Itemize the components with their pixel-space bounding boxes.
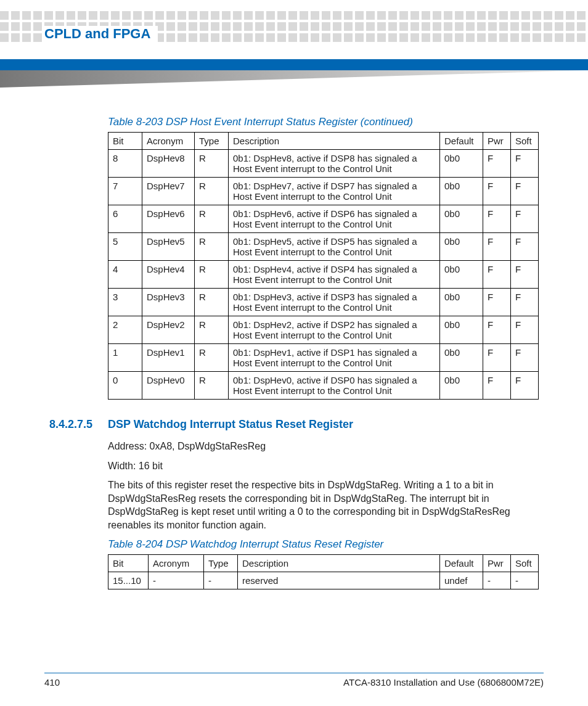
cell: R — [195, 233, 229, 261]
cell: DspHev8 — [142, 150, 195, 178]
table-caption: Table 8-204 DSP Watchdog Interrupt Statu… — [108, 538, 539, 551]
cell: DspHev7 — [142, 178, 195, 205]
register-table-1: BitAcronymTypeDescriptionDefaultPwrSoft … — [108, 132, 539, 400]
cell: 0b1: DspHev7, active if DSP7 has signale… — [229, 178, 440, 205]
cell: 0b1: DspHev8, active if DSP8 has signale… — [229, 150, 440, 178]
table-row: 4DspHev4R0b1: DspHev4, active if DSP4 ha… — [108, 261, 539, 289]
cell: 0b0 — [440, 289, 483, 316]
register-table-2: BitAcronymTypeDescriptionDefaultPwrSoft … — [108, 554, 539, 589]
cell: 4 — [108, 261, 142, 289]
col-header: Bit — [108, 554, 149, 572]
cell: 0b1: DspHev3, active if DSP3 has signale… — [229, 289, 440, 316]
cell: F — [483, 316, 511, 344]
cell: R — [195, 289, 229, 316]
cell: 0b0 — [440, 178, 483, 205]
header-blue-bar — [0, 59, 588, 70]
cell: R — [195, 372, 229, 400]
cell: R — [195, 316, 229, 344]
cell: 0b1: DspHev4, active if DSP4 has signale… — [229, 261, 440, 289]
cell: 6 — [108, 205, 142, 233]
cell: reserved — [238, 572, 440, 589]
cell: 15...10 — [108, 572, 149, 589]
cell: 3 — [108, 289, 142, 316]
cell: R — [195, 344, 229, 372]
cell: 0b1: DspHev0, active if DSP0 has signale… — [229, 372, 440, 400]
cell: DspHev1 — [142, 344, 195, 372]
cell: 0b1: DspHev5, active if DSP5 has signale… — [229, 233, 440, 261]
cell: F — [511, 372, 539, 400]
cell: 5 — [108, 233, 142, 261]
table-row: 0DspHev0R0b1: DspHev0, active if DSP0 ha… — [108, 372, 539, 400]
table-row: 2DspHev2R0b1: DspHev2, active if DSP2 ha… — [108, 316, 539, 344]
cell: F — [511, 205, 539, 233]
table-row: 1DspHev1R0b1: DspHev1, active if DSP1 ha… — [108, 344, 539, 372]
cell: F — [511, 261, 539, 289]
cell: 0b0 — [440, 372, 483, 400]
cell: 0b0 — [440, 261, 483, 289]
table-row: 6DspHev6R0b1: DspHev6, active if DSP6 ha… — [108, 205, 539, 233]
cell: F — [511, 344, 539, 372]
col-header: Description — [229, 133, 440, 150]
cell: 0b1: DspHev2, active if DSP2 has signale… — [229, 316, 440, 344]
cell: F — [511, 233, 539, 261]
chapter-title: CPLD and FPGA — [44, 26, 158, 42]
cell: 0b0 — [440, 233, 483, 261]
col-header: Soft — [511, 554, 539, 572]
cell: undef — [440, 572, 483, 589]
cell: DspHev2 — [142, 316, 195, 344]
table-row: 7DspHev7R0b1: DspHev7, active if DSP7 ha… — [108, 178, 539, 205]
cell: F — [511, 178, 539, 205]
cell: F — [483, 150, 511, 178]
cell: F — [483, 372, 511, 400]
table-row: 15...10--reservedundef-- — [108, 572, 539, 589]
page-footer: 410 ATCA-8310 Installation and Use (6806… — [44, 673, 544, 688]
col-header: Soft — [511, 133, 539, 150]
col-header: Acronym — [149, 554, 204, 572]
cell: - — [483, 572, 511, 589]
col-header: Type — [195, 133, 229, 150]
cell: 0 — [108, 372, 142, 400]
cell: 0b0 — [440, 316, 483, 344]
cell: 0b0 — [440, 344, 483, 372]
col-header: Default — [440, 133, 483, 150]
section-heading: 8.4.2.7.5 DSP Watchdog Interrupt Status … — [49, 418, 539, 431]
header-grey-wedge — [0, 70, 588, 88]
col-header: Bit — [108, 133, 142, 150]
page-number: 410 — [44, 677, 60, 688]
cell: F — [511, 150, 539, 178]
cell: DspHev4 — [142, 261, 195, 289]
page: CPLD and FPGA Table 8-203 DSP Host Event… — [0, 0, 588, 706]
cell: F — [511, 316, 539, 344]
cell: DspHev3 — [142, 289, 195, 316]
cell: 0b0 — [440, 150, 483, 178]
cell: 0b1: DspHev1, active if DSP1 has signale… — [229, 344, 440, 372]
width-line: Width: 16 bit — [108, 459, 539, 473]
cell: 2 — [108, 316, 142, 344]
cell: - — [149, 572, 204, 589]
cell: F — [483, 233, 511, 261]
table-caption: Table 8-203 DSP Host Event Interrupt Sta… — [108, 116, 539, 128]
cell: - — [204, 572, 238, 589]
cell: - — [511, 572, 539, 589]
content-area: Table 8-203 DSP Host Event Interrupt Sta… — [108, 111, 539, 589]
col-header: Pwr — [483, 554, 511, 572]
cell: 0b0 — [440, 205, 483, 233]
cell: 1 — [108, 344, 142, 372]
col-header: Acronym — [142, 133, 195, 150]
cell: 7 — [108, 178, 142, 205]
address-line: Address: 0xA8, DspWdgStaResReg — [108, 440, 539, 453]
cell: F — [483, 344, 511, 372]
cell: DspHev5 — [142, 233, 195, 261]
col-header: Description — [238, 554, 440, 572]
col-header: Default — [440, 554, 483, 572]
cell: F — [483, 261, 511, 289]
doc-title: ATCA-8310 Installation and Use (6806800M… — [343, 677, 544, 688]
cell: 0b1: DspHev6, active if DSP6 has signale… — [229, 205, 440, 233]
section-title: DSP Watchdog Interrupt Status Reset Regi… — [108, 418, 353, 431]
cell: F — [511, 289, 539, 316]
cell: F — [483, 178, 511, 205]
cell: R — [195, 150, 229, 178]
cell: R — [195, 205, 229, 233]
cell: R — [195, 178, 229, 205]
table-row: 3DspHev3R0b1: DspHev3, active if DSP3 ha… — [108, 289, 539, 316]
